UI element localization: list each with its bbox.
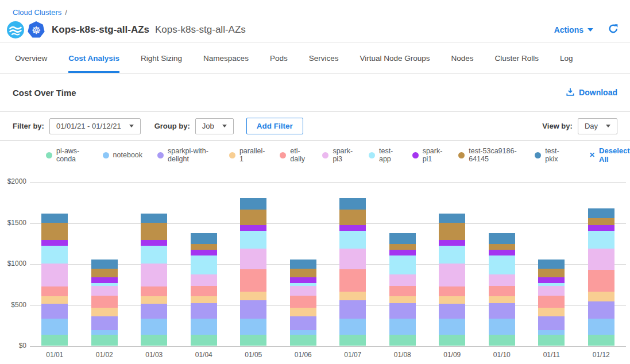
tab-log[interactable]: Log	[560, 43, 573, 73]
bar-segment-pi-aws-conda[interactable]	[41, 335, 68, 346]
legend-item-spark-pi1[interactable]: spark-pi1	[412, 147, 444, 163]
add-filter-button[interactable]: Add Filter	[246, 118, 303, 134]
bar-segment-sparkpi-with-delight[interactable]	[191, 303, 217, 318]
tab-cost-analysis[interactable]: Cost Analysis	[68, 43, 119, 73]
bar-segment-test-53ca9186-64145[interactable]	[389, 244, 416, 250]
bar-segment-test-app[interactable]	[439, 246, 465, 264]
bar-segment-spark-pi3[interactable]	[489, 274, 515, 286]
bar-segment-test-pkix[interactable]	[339, 198, 366, 209]
bar-segment-spark-pi1[interactable]	[240, 225, 266, 231]
bar-segment-parallel-1[interactable]	[91, 308, 118, 316]
bar-segment-etl-daily[interactable]	[141, 286, 167, 296]
bar-segment-etl-daily[interactable]	[339, 269, 366, 292]
bar-01/04[interactable]	[191, 233, 217, 346]
bar-segment-etl-daily[interactable]	[389, 286, 416, 296]
bar-segment-pi-aws-conda[interactable]	[339, 335, 366, 346]
bar-segment-sparkpi-with-delight[interactable]	[240, 300, 266, 318]
bar-segment-notebook[interactable]	[191, 319, 217, 335]
download-button[interactable]: Download	[566, 87, 617, 98]
bar-segment-test-pkix[interactable]	[538, 260, 565, 269]
bar-segment-test-pkix[interactable]	[439, 214, 465, 223]
legend-item-test-53ca9186-64145[interactable]: test-53ca9186-64145	[458, 147, 520, 163]
bar-segment-notebook[interactable]	[489, 319, 515, 335]
bar-01/03[interactable]	[141, 214, 167, 346]
bar-segment-spark-pi3[interactable]	[339, 249, 366, 269]
bar-01/01[interactable]	[41, 214, 68, 346]
legend-item-etl-daily[interactable]: etl-daily	[280, 147, 307, 163]
bar-segment-test-53ca9186-64145[interactable]	[489, 244, 515, 250]
bar-segment-test-53ca9186-64145[interactable]	[41, 223, 68, 239]
bar-segment-pi-aws-conda[interactable]	[588, 335, 614, 346]
bar-segment-spark-pi3[interactable]	[538, 286, 565, 295]
bar-segment-notebook[interactable]	[41, 319, 68, 335]
bar-segment-etl-daily[interactable]	[41, 286, 68, 296]
bar-segment-test-53ca9186-64145[interactable]	[290, 269, 316, 278]
bar-segment-etl-daily[interactable]	[191, 286, 217, 296]
bar-segment-spark-pi3[interactable]	[439, 264, 465, 286]
bar-segment-test-53ca9186-64145[interactable]	[240, 210, 266, 225]
bar-segment-spark-pi3[interactable]	[191, 274, 217, 286]
bar-segment-test-pkix[interactable]	[41, 214, 68, 223]
bar-01/09[interactable]	[439, 214, 465, 346]
bar-segment-spark-pi1[interactable]	[290, 277, 316, 283]
legend-item-test-pkix[interactable]: test-pkix	[535, 147, 564, 163]
bar-segment-sparkpi-with-delight[interactable]	[91, 316, 118, 330]
tab-nodes[interactable]: Nodes	[451, 43, 474, 73]
bar-segment-test-pkix[interactable]	[290, 260, 316, 269]
deselect-all-button[interactable]: ✕Deselect All	[589, 146, 630, 164]
bar-segment-test-53ca9186-64145[interactable]	[439, 223, 465, 239]
bar-segment-test-53ca9186-64145[interactable]	[91, 269, 118, 278]
bar-segment-sparkpi-with-delight[interactable]	[489, 303, 515, 318]
bar-segment-spark-pi1[interactable]	[91, 277, 118, 283]
bar-segment-etl-daily[interactable]	[91, 296, 118, 308]
bar-segment-parallel-1[interactable]	[339, 292, 366, 301]
bar-01/12[interactable]	[588, 208, 614, 346]
bar-segment-sparkpi-with-delight[interactable]	[141, 304, 167, 319]
bar-segment-spark-pi3[interactable]	[290, 286, 316, 295]
bar-segment-sparkpi-with-delight[interactable]	[439, 304, 465, 319]
bar-segment-test-pkix[interactable]	[240, 198, 266, 209]
bar-segment-test-pkix[interactable]	[489, 233, 515, 244]
bar-segment-spark-pi1[interactable]	[538, 277, 565, 283]
bar-segment-spark-pi1[interactable]	[141, 240, 167, 246]
bar-segment-spark-pi1[interactable]	[588, 225, 614, 231]
bar-segment-test-pkix[interactable]	[588, 208, 614, 218]
bar-segment-test-pkix[interactable]	[141, 214, 167, 223]
bar-segment-spark-pi1[interactable]	[191, 250, 217, 255]
bar-segment-test-app[interactable]	[141, 246, 167, 264]
tab-right-sizing[interactable]: Right Sizing	[141, 43, 182, 73]
tab-namespaces[interactable]: Namespaces	[203, 43, 249, 73]
bar-segment-parallel-1[interactable]	[538, 308, 565, 316]
bar-segment-sparkpi-with-delight[interactable]	[538, 316, 565, 330]
bar-segment-pi-aws-conda[interactable]	[240, 335, 266, 346]
tab-overview[interactable]: Overview	[15, 43, 47, 73]
legend-item-pi-aws-conda[interactable]: pi-aws-conda	[46, 147, 88, 163]
bar-segment-notebook[interactable]	[290, 330, 316, 335]
bar-segment-spark-pi3[interactable]	[588, 249, 614, 269]
bar-01/02[interactable]	[91, 260, 118, 346]
bar-segment-spark-pi1[interactable]	[439, 240, 465, 246]
view-by-select[interactable]: Day	[578, 118, 617, 134]
bar-segment-sparkpi-with-delight[interactable]	[290, 316, 316, 330]
bar-01/10[interactable]	[489, 233, 515, 346]
bar-segment-pi-aws-conda[interactable]	[290, 335, 316, 346]
bar-segment-sparkpi-with-delight[interactable]	[41, 304, 68, 319]
bar-segment-spark-pi3[interactable]	[91, 286, 118, 295]
bar-segment-etl-daily[interactable]	[240, 269, 266, 292]
tab-virtual-node-groups[interactable]: Virtual Node Groups	[360, 43, 430, 73]
refresh-icon[interactable]	[608, 24, 619, 36]
bar-segment-pi-aws-conda[interactable]	[489, 335, 515, 346]
legend-item-test-app[interactable]: test-app	[369, 147, 397, 163]
bar-segment-spark-pi1[interactable]	[489, 250, 515, 255]
tab-cluster-rolls[interactable]: Cluster Rolls	[495, 43, 539, 73]
bar-segment-notebook[interactable]	[240, 319, 266, 335]
bar-segment-sparkpi-with-delight[interactable]	[339, 300, 366, 318]
bar-segment-spark-pi1[interactable]	[389, 250, 416, 255]
bar-segment-test-pkix[interactable]	[389, 233, 416, 244]
bar-segment-parallel-1[interactable]	[191, 296, 217, 304]
bar-01/05[interactable]	[240, 198, 266, 346]
bar-segment-pi-aws-conda[interactable]	[91, 335, 118, 346]
bar-segment-test-53ca9186-64145[interactable]	[339, 210, 366, 225]
bar-segment-notebook[interactable]	[91, 330, 118, 335]
legend-item-spark-pi3[interactable]: spark-pi3	[322, 147, 354, 163]
